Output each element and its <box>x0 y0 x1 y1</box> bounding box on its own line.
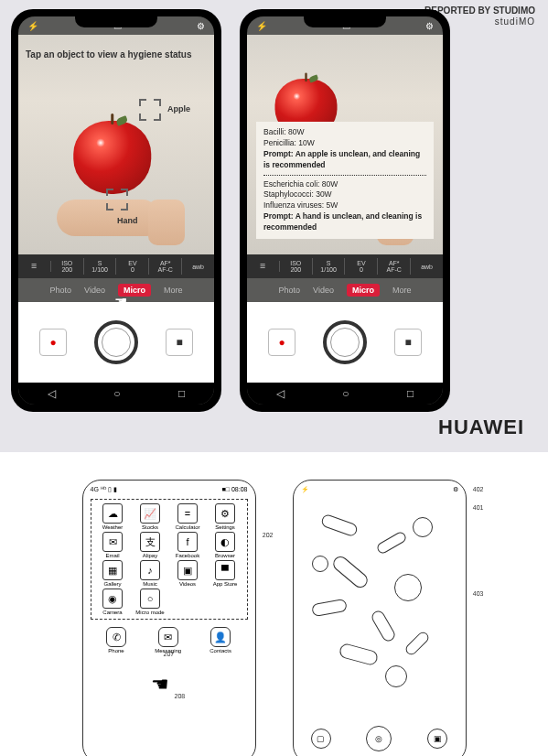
camera-settings-row: ☰ISO200S1/100EV0AF*AF-Cawb <box>247 254 443 278</box>
mode-row: Photo Video Micro More ☚ <box>18 278 214 302</box>
setting-ev[interactable]: EV0 <box>116 258 149 275</box>
mode-more[interactable]: More <box>164 286 183 295</box>
home-icon[interactable]: ○ <box>342 387 349 400</box>
app-email[interactable]: ✉Email <box>95 532 131 558</box>
apple-prompt: Prompt: An apple is unclean, and cleanin… <box>263 149 426 171</box>
app-settings[interactable]: ⚙Settings <box>208 503 243 530</box>
bacilli-line: Bacilli: 80W <box>263 127 426 138</box>
mode-photo[interactable]: Photo <box>50 286 72 295</box>
settings-icon[interactable]: ⚙ <box>425 21 434 31</box>
gallery-button[interactable]: ▢ <box>311 729 331 749</box>
app-facebook[interactable]: fFacebook <box>170 532 206 558</box>
app-stocks[interactable]: 📈Stocks <box>133 503 168 530</box>
android-navbar: ◁ ○ □ <box>247 383 443 405</box>
patent-phone-b: ⚡ ⚙ 402 401 403 ▢ ◎ ▣ <box>293 480 467 756</box>
mode-video[interactable]: Video <box>313 286 334 295</box>
patent-diagram-panel: 4G ᴴᴰ ▯ ▮ ■□ 08:08 ☁Weather📈Stocks=Calcu… <box>0 452 548 756</box>
battery-icon: ■□ <box>222 486 230 492</box>
flash-icon[interactable]: ⚡ <box>301 486 309 493</box>
ref-403: 403 <box>473 590 484 597</box>
mode-more[interactable]: More <box>392 286 412 295</box>
apple-object <box>73 121 151 194</box>
app-grid: ☁Weather📈Stocks=Calculator⚙Settings✉Emai… <box>91 499 248 620</box>
diagram-a-wrap: 4G ᴴᴰ ▯ ▮ ■□ 08:08 ☁Weather📈Stocks=Calcu… <box>82 480 256 756</box>
flash-icon[interactable]: ⚡ <box>256 21 267 31</box>
setting-shutter[interactable]: S1/100 <box>84 258 117 275</box>
hand-cursor-icon: ☚ <box>114 293 127 310</box>
instruction-text: Tap an object to view a hygiene status <box>26 49 192 59</box>
viewfinder[interactable]: Bacilli: 80W Penicillia: 10W Prompt: An … <box>247 35 443 254</box>
mode-micro[interactable]: Micro <box>347 284 380 297</box>
phone-screen: ⚡ ▭ ⚙ Bacilli: 80W Penicillia: 10W Promp… <box>247 16 443 405</box>
flash-icon[interactable]: ⚡ <box>27 21 38 31</box>
ref-208: 208 <box>175 693 186 699</box>
setting-af[interactable]: AF*AF-C <box>149 258 182 275</box>
concept-render-panel: REPORTED BY STUDIMO studiMO ⚡ ▭ ⚙ Tap an… <box>0 0 548 452</box>
microbe-view <box>294 501 466 702</box>
setting-awb[interactable]: awb <box>182 262 214 272</box>
dock-phone[interactable]: ✆Phone <box>106 627 126 653</box>
flu-line: Influenza viruses: 5W <box>263 200 426 211</box>
signal-icon: 4G ᴴᴰ ▯ ▮ <box>91 486 117 493</box>
settings-icon[interactable]: ⚙ <box>197 21 205 31</box>
label-apple: Apple <box>167 104 190 113</box>
app-micro-mode[interactable]: ○Micro mode <box>133 589 168 615</box>
phone-mockup-left: ⚡ ▭ ⚙ Tap an object to view a hygiene st… <box>11 9 221 412</box>
home-icon[interactable]: ○ <box>113 387 120 400</box>
switch-camera-button[interactable]: ■ <box>394 329 422 356</box>
diagram-b-wrap: ⚡ ⚙ 402 401 403 ▢ ◎ ▣ <box>293 480 467 756</box>
record-button[interactable]: ● <box>39 329 67 356</box>
setting-0[interactable]: ☰ <box>18 261 51 272</box>
android-navbar: ◁ ○ □ <box>18 383 214 405</box>
shutter-button[interactable] <box>323 320 367 364</box>
shutter-button[interactable] <box>94 320 138 364</box>
hygiene-overlay: Bacilli: 80W Penicillia: 10W Prompt: An … <box>256 122 434 239</box>
app-music[interactable]: ♪Music <box>133 560 168 587</box>
dock-messaging[interactable]: ✉Messaging <box>155 627 181 653</box>
camera-controls: ● ■ <box>18 302 214 383</box>
app-camera[interactable]: ◉Camera <box>95 589 131 615</box>
dock-contacts[interactable]: 👤Contacts <box>210 627 231 653</box>
viewfinder[interactable]: Tap an object to view a hygiene status A… <box>18 35 214 254</box>
hand-cursor-icon: ☚ <box>151 673 169 697</box>
switch-camera-button[interactable]: ■ <box>166 329 193 356</box>
staph-line: Staphylococci: 30W <box>263 189 426 200</box>
switch-button[interactable]: ▣ <box>427 729 447 749</box>
settings-icon[interactable]: ⚙ <box>453 486 458 493</box>
mode-video[interactable]: Video <box>84 286 105 295</box>
ecoli-line: Escherichia coli: 80W <box>263 179 426 190</box>
status-bar: ⚡ ⚙ <box>294 481 466 495</box>
back-icon[interactable]: ◁ <box>276 387 285 400</box>
app-weather[interactable]: ☁Weather <box>95 503 131 530</box>
brand-logo: HUAWEI <box>11 412 537 447</box>
app-app-store[interactable]: ▀App Store <box>208 560 243 587</box>
app-videos[interactable]: ▣Videos <box>170 560 206 587</box>
app-alipay[interactable]: 支Alipay <box>133 532 168 558</box>
app-browser[interactable]: ◐Browser <box>208 532 243 558</box>
penicillia-line: Penicillia: 10W <box>263 138 426 149</box>
recent-icon[interactable]: □ <box>407 387 414 400</box>
bracket-apple <box>139 99 161 121</box>
setting-iso[interactable]: ISO200 <box>51 258 84 275</box>
patent-phone-a: 4G ᴴᴰ ▯ ▮ ■□ 08:08 ☁Weather📈Stocks=Calcu… <box>82 480 256 756</box>
ref-402: 402 <box>473 486 484 492</box>
ref-401: 401 <box>473 504 484 511</box>
ref-202: 202 <box>263 532 274 538</box>
phone-screen: ⚡ ▭ ⚙ Tap an object to view a hygiene st… <box>18 16 214 405</box>
bracket-hand <box>106 189 128 211</box>
shutter-button[interactable]: ◎ <box>366 726 392 751</box>
label-hand: Hand <box>117 216 138 225</box>
recent-icon[interactable]: □ <box>178 387 185 400</box>
patent-camera-controls: ▢ ◎ ▣ <box>294 726 466 751</box>
ref-207: 207 <box>164 651 175 657</box>
app-gallery[interactable]: ▦Gallery <box>95 560 131 587</box>
status-bar: 4G ᴴᴰ ▯ ▮ ■□ 08:08 <box>83 481 255 495</box>
camera-settings-row: ☰ ISO200 S1/100 EV0 AF*AF-C awb <box>18 254 214 278</box>
app-calculator[interactable]: =Calculator <box>170 503 206 530</box>
record-button[interactable]: ● <box>268 329 295 356</box>
phone-mockup-right: ⚡ ▭ ⚙ Bacilli: 80W Penicillia: 10W Promp… <box>240 9 450 412</box>
back-icon[interactable]: ◁ <box>48 387 56 400</box>
mode-photo[interactable]: Photo <box>279 286 301 295</box>
hand-prompt: Prompt: A hand is unclean, and cleaning … <box>263 211 426 233</box>
camera-controls: ● ■ <box>247 302 443 383</box>
